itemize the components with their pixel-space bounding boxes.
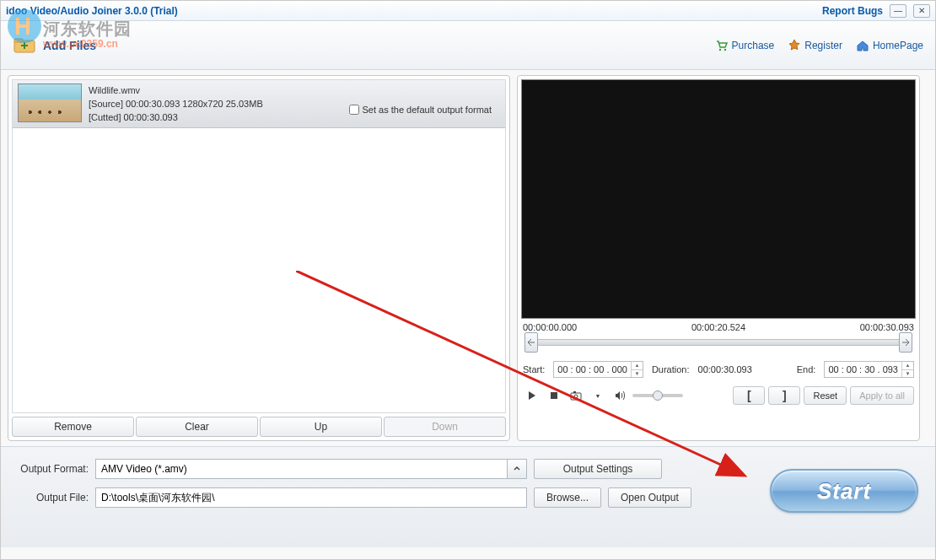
home-icon — [856, 39, 869, 52]
end-time-label: End: — [797, 364, 816, 374]
timeline-mid-label: 00:00:20.524 — [691, 322, 745, 332]
window-title: idoo Video/Audio Joiner 3.0.0 (Trial) — [6, 5, 178, 17]
timeline-end-label: 00:00:30.093 — [860, 322, 914, 332]
svg-rect-8 — [573, 391, 576, 393]
timeline-start-label: 00:00:00.000 — [523, 322, 577, 332]
output-format-dropdown[interactable] — [507, 459, 527, 479]
add-files-button[interactable]: Add Files — [13, 35, 96, 56]
purchase-link[interactable]: Purchase — [715, 39, 775, 52]
homepage-label: HomePage — [873, 40, 923, 51]
timeline-track[interactable] — [523, 336, 914, 358]
apply-all-button: Apply to all — [850, 386, 914, 405]
default-format-checkbox-label: Set as the default output format — [363, 103, 492, 116]
remove-button[interactable]: Remove — [12, 417, 134, 437]
output-format-value[interactable] — [95, 459, 507, 479]
svg-rect-6 — [571, 393, 581, 400]
start-button[interactable]: Start — [770, 469, 918, 513]
bottom-bar: Output Format: Output Settings Output Fi… — [1, 446, 935, 547]
start-time-value: 00 : 00 : 00 . 000 — [554, 364, 631, 374]
main-content: Wildlife.wmv [Source] 00:00:30.093 1280x… — [1, 70, 935, 446]
cart-icon — [715, 39, 729, 52]
reset-button[interactable]: Reset — [804, 386, 847, 405]
file-thumbnail — [18, 83, 82, 122]
add-files-icon — [13, 35, 36, 56]
video-preview[interactable] — [521, 79, 916, 319]
start-time-spinner[interactable]: ▲▼ — [631, 362, 643, 377]
minimize-button[interactable]: — — [890, 4, 906, 18]
duration-value: 00:00:30.093 — [698, 364, 752, 374]
report-bugs-link[interactable]: Report Bugs — [822, 5, 883, 17]
mark-in-button[interactable]: [ — [733, 386, 765, 405]
play-button[interactable] — [523, 387, 541, 404]
duration-label: Duration: — [652, 364, 690, 374]
main-toolbar: Add Files Purchase Register HomePage — [1, 21, 935, 70]
default-format-checkbox-input[interactable] — [349, 105, 359, 115]
snapshot-dropdown[interactable]: ▼ — [589, 387, 607, 404]
timeline-handle-start[interactable] — [524, 332, 538, 353]
svg-point-7 — [574, 395, 578, 398]
svg-rect-2 — [14, 39, 23, 42]
mark-out-button[interactable]: ] — [768, 386, 800, 405]
file-item[interactable]: Wildlife.wmv [Source] 00:00:30.093 1280x… — [13, 80, 505, 128]
browse-button[interactable]: Browse... — [534, 487, 601, 508]
svg-rect-5 — [551, 392, 557, 399]
volume-icon[interactable] — [611, 387, 629, 404]
output-format-label: Output Format: — [13, 463, 89, 475]
output-format-combo[interactable] — [95, 459, 527, 479]
homepage-link[interactable]: HomePage — [856, 39, 923, 52]
svg-point-4 — [724, 48, 725, 50]
purchase-label: Purchase — [732, 40, 775, 51]
output-file-label: Output File: — [13, 492, 89, 503]
up-button[interactable]: Up — [260, 417, 382, 437]
file-list[interactable]: Wildlife.wmv [Source] 00:00:30.093 1280x… — [12, 79, 506, 413]
title-bar: idoo Video/Audio Joiner 3.0.0 (Trial) Re… — [1, 1, 935, 21]
end-time-spinner[interactable]: ▲▼ — [901, 362, 913, 377]
down-button: Down — [384, 417, 506, 437]
volume-slider[interactable] — [632, 394, 683, 397]
file-source-info: [Source] 00:00:30.093 1280x720 25.03MB — [89, 97, 349, 110]
snapshot-button[interactable] — [567, 387, 585, 404]
svg-point-3 — [718, 48, 720, 50]
register-link[interactable]: Register — [788, 39, 842, 52]
start-button-label: Start — [817, 478, 871, 504]
stop-button[interactable] — [545, 387, 563, 404]
file-name: Wildlife.wmv — [89, 83, 349, 97]
open-output-button[interactable]: Open Output — [608, 487, 691, 508]
output-settings-button[interactable]: Output Settings — [534, 459, 662, 479]
start-time-input[interactable]: 00 : 00 : 00 . 000 ▲▼ — [553, 361, 643, 378]
file-list-panel: Wildlife.wmv [Source] 00:00:30.093 1280x… — [8, 75, 510, 441]
default-format-checkbox[interactable]: Set as the default output format — [349, 95, 492, 124]
start-time-label: Start: — [523, 364, 545, 374]
register-label: Register — [804, 40, 842, 51]
file-cutted-info: [Cutted] 00:00:30.093 — [89, 110, 349, 124]
close-button[interactable]: ✕ — [913, 4, 930, 18]
timeline-handle-end[interactable] — [899, 332, 912, 353]
output-file-input[interactable] — [95, 487, 527, 508]
add-files-label: Add Files — [43, 39, 96, 52]
badge-icon — [788, 39, 801, 52]
preview-panel: 00:00:00.000 00:00:20.524 00:00:30.093 S… — [517, 75, 920, 441]
clear-button[interactable]: Clear — [136, 417, 258, 437]
end-time-input[interactable]: 00 : 00 : 30 . 093 ▲▼ — [824, 361, 914, 378]
end-time-value: 00 : 00 : 30 . 093 — [825, 364, 901, 374]
